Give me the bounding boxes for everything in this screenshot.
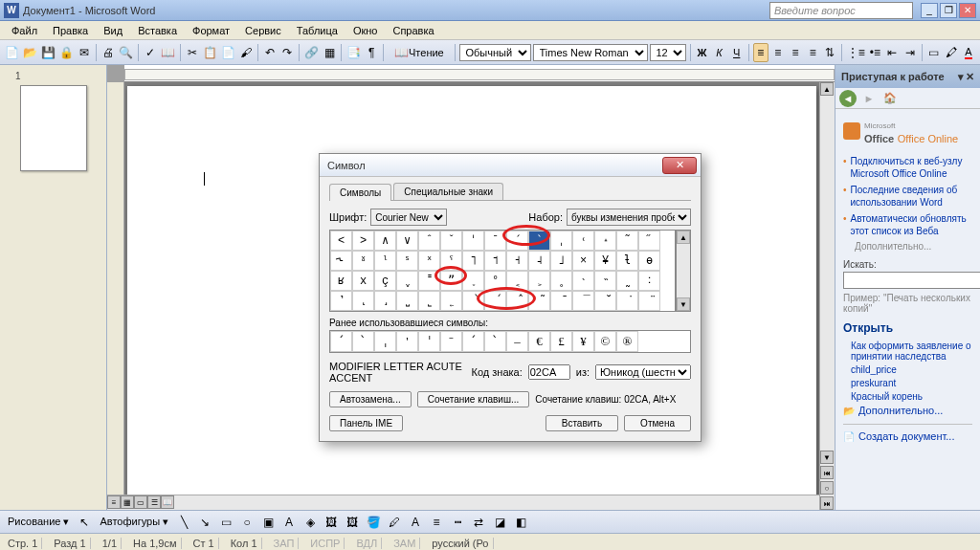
- symbol-cell[interactable]: ˿: [440, 291, 462, 311]
- line-style-button[interactable]: ≡: [427, 513, 446, 532]
- justify-button[interactable]: ≡: [805, 43, 820, 62]
- symbol-cell[interactable]: ˡ: [374, 251, 396, 271]
- recent-doc-0[interactable]: Как оформить заявление о принятии наслед…: [851, 341, 972, 362]
- research-button[interactable]: 📖: [160, 43, 176, 62]
- symbol-cell[interactable]: ˵: [594, 271, 616, 291]
- font-color-button[interactable]: A: [961, 43, 976, 62]
- cut-button[interactable]: ✂: [185, 43, 200, 62]
- symbol-cell[interactable]: ˝: [638, 231, 660, 251]
- symbol-cell[interactable]: ̅: [572, 291, 594, 311]
- symbol-cell[interactable]: ˈ: [462, 231, 484, 251]
- thumbnail-page-1[interactable]: [20, 85, 87, 171]
- permission-button[interactable]: 🔒: [58, 43, 75, 62]
- taskpane-search-input[interactable]: [843, 272, 980, 289]
- recent-symbol-cell[interactable]: £: [550, 331, 572, 352]
- symbol-cell[interactable]: ˳: [550, 271, 572, 291]
- horizontal-scrollbar[interactable]: ≡ ▦ ▭ ☰ 📖: [107, 495, 819, 510]
- taskpane-forward-button[interactable]: ►: [860, 90, 878, 107]
- symbol-cell[interactable]: ˩: [550, 251, 572, 271]
- menu-file[interactable]: Файл: [4, 23, 45, 38]
- underline-button[interactable]: Ч: [729, 43, 745, 62]
- select-objects-button[interactable]: ↖: [75, 513, 94, 532]
- recent-symbol-cell[interactable]: €: [528, 331, 550, 352]
- menu-help[interactable]: Справка: [385, 23, 441, 38]
- wordart-button[interactable]: A: [279, 513, 299, 532]
- scroll-up-button[interactable]: ▲: [820, 82, 834, 96]
- insert-button[interactable]: Вставить: [546, 415, 618, 431]
- menu-insert[interactable]: Вставка: [130, 23, 185, 38]
- symbol-cell[interactable]: ˢ: [396, 251, 418, 271]
- symbol-cell[interactable]: x: [352, 271, 374, 291]
- autoshapes-menu[interactable]: Автофигуры ▾: [96, 516, 172, 528]
- char-code-input[interactable]: [528, 364, 570, 380]
- print-button[interactable]: 🖨: [100, 43, 116, 62]
- open-button[interactable]: 📂: [22, 43, 38, 62]
- recent-symbol-cell[interactable]: ®: [616, 331, 638, 352]
- symbol-cell[interactable]: ˊ: [506, 231, 528, 251]
- align-right-button[interactable]: ≡: [788, 43, 803, 62]
- tab-special-chars[interactable]: Специальные знаки: [393, 183, 503, 200]
- shortcut-button[interactable]: Сочетание клавиш...: [417, 391, 530, 407]
- size-select[interactable]: 12: [650, 44, 686, 61]
- recent-symbol-cell[interactable]: ¥: [572, 331, 594, 352]
- autotext-button[interactable]: Автозамена...: [329, 391, 412, 407]
- minimize-button[interactable]: _: [921, 3, 938, 18]
- bullets-button[interactable]: •≡: [867, 43, 882, 62]
- indent-button[interactable]: ⇥: [902, 43, 918, 62]
- taskpane-back-button[interactable]: ◄: [839, 90, 857, 107]
- symbol-cell[interactable]: ̃: [528, 291, 550, 311]
- taskpane-home-button[interactable]: 🏠: [881, 90, 899, 107]
- taskpane-close-button[interactable]: ✕: [966, 71, 974, 83]
- rectangle-button[interactable]: ▭: [216, 513, 235, 532]
- symbol-cell[interactable]: ç: [374, 271, 396, 291]
- taskpane-more-docs[interactable]: 📂 Дополнительно...: [843, 405, 972, 416]
- dash-style-button[interactable]: ┅: [448, 513, 467, 532]
- symbol-cell[interactable]: ˦: [484, 251, 506, 271]
- outdent-button[interactable]: ⇤: [884, 43, 900, 62]
- symbol-cell[interactable]: ˭: [418, 271, 440, 291]
- symbol-cell[interactable]: ̀: [462, 291, 484, 311]
- view-reading-button[interactable]: 📖: [161, 495, 174, 509]
- 3d-button[interactable]: ◧: [511, 513, 530, 532]
- encoding-select[interactable]: Юникод (шестн.): [595, 364, 691, 380]
- symbol-cell[interactable]: ˤ: [440, 251, 462, 271]
- arrow-style-button[interactable]: ⇄: [469, 513, 488, 532]
- line-spacing-button[interactable]: ⇅: [822, 43, 837, 62]
- recent-symbol-cell[interactable]: ˌ: [374, 331, 396, 352]
- symbol-cell[interactable]: ˜: [616, 231, 638, 251]
- new-doc-button[interactable]: 📄: [4, 43, 20, 62]
- taskpane-dropdown-icon[interactable]: ▾: [958, 71, 964, 83]
- show-all-button[interactable]: ¶: [364, 43, 379, 62]
- recent-symbol-cell[interactable]: ': [396, 331, 418, 352]
- symbol-cell[interactable]: ˻: [352, 291, 374, 311]
- symbol-cell[interactable]: >: [352, 231, 374, 251]
- recent-symbol-cell[interactable]: –: [506, 331, 528, 352]
- highlight-button[interactable]: 🖍: [944, 43, 959, 62]
- symbol-cell[interactable]: ˷: [616, 271, 638, 291]
- spell-button[interactable]: ✓: [143, 43, 158, 62]
- bold-button[interactable]: Ж: [694, 43, 709, 62]
- symbol-cell[interactable]: ƚ: [616, 251, 638, 271]
- dialog-close-button[interactable]: ✕: [662, 157, 697, 174]
- tab-symbols[interactable]: Символы: [329, 184, 391, 201]
- next-page-button[interactable]: ⏭: [820, 496, 834, 510]
- symbol-cell[interactable]: ˽: [396, 291, 418, 311]
- symbol-cell[interactable]: ˮ: [440, 271, 462, 291]
- recent-symbol-cell[interactable]: ˊ: [330, 331, 352, 352]
- diagram-button[interactable]: ◈: [301, 513, 320, 532]
- recent-doc-1[interactable]: child_price: [851, 364, 972, 375]
- dialog-titlebar[interactable]: Символ ✕: [320, 154, 701, 177]
- prev-page-button[interactable]: ⏮: [820, 466, 834, 479]
- symbol-cell[interactable]: ˲: [528, 271, 550, 291]
- symbol-cell[interactable]: ˌ: [550, 231, 572, 251]
- taskpane-create-doc[interactable]: 📄 Создать документ...: [843, 430, 972, 442]
- menu-window[interactable]: Окно: [345, 23, 386, 38]
- align-left-button[interactable]: ≡: [753, 43, 768, 62]
- symbol-cell[interactable]: ˱: [506, 271, 528, 291]
- symbol-cell[interactable]: ́: [484, 291, 506, 311]
- preview-button[interactable]: 🔍: [118, 43, 134, 62]
- menu-view[interactable]: Вид: [96, 23, 130, 38]
- font-select-dialog[interactable]: Courier New: [370, 209, 447, 226]
- symbol-cell[interactable]: ˾: [418, 291, 440, 311]
- view-print-button[interactable]: ▭: [134, 495, 147, 509]
